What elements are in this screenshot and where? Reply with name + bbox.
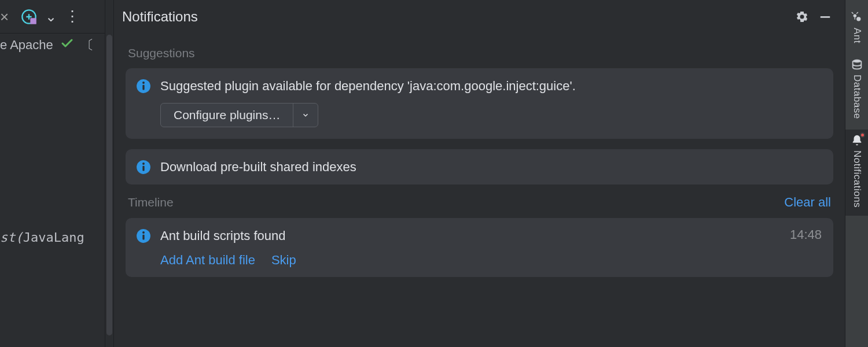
more-vert-icon[interactable]: ⋮ [65, 8, 80, 25]
rail-notifications[interactable]: Notifications [845, 130, 868, 216]
database-icon [851, 58, 863, 71]
rail-label: Database [851, 75, 863, 119]
notifications-panel: Notifications Suggestions Suggested plug… [113, 0, 845, 347]
minimize-icon[interactable] [816, 8, 834, 26]
info-icon [136, 160, 151, 175]
checkmark-icon [60, 36, 74, 54]
suggestion-message: Suggested plugin available for dependenc… [160, 77, 822, 95]
notification-dot [860, 132, 865, 138]
add-ant-build-link[interactable]: Add Ant build file [160, 253, 255, 268]
code-text: st( [0, 230, 23, 245]
timeline-message: Ant build scripts found [160, 227, 781, 245]
svg-rect-4 [142, 85, 144, 90]
clear-all-link[interactable]: Clear all [784, 195, 831, 210]
svg-point-14 [852, 60, 861, 63]
code-fragment: st(JavaLang [0, 230, 84, 245]
svg-point-5 [142, 82, 145, 84]
suggestions-heading: Suggestions [128, 46, 831, 60]
bell-icon [851, 134, 863, 147]
rail-label: Notifications [851, 150, 863, 208]
skip-link[interactable]: Skip [271, 253, 296, 268]
panel-body: Suggestions Suggested plugin available f… [114, 34, 845, 347]
svg-point-8 [142, 163, 145, 165]
run-config-row: ⌄ ⋮ [0, 0, 105, 34]
svg-point-13 [856, 17, 860, 21]
item-hint-icon: 〔 [81, 36, 94, 54]
chevron-down-icon[interactable]: ⌄ [45, 9, 57, 25]
svg-point-12 [853, 14, 856, 17]
svg-point-11 [142, 231, 145, 234]
svg-rect-10 [142, 235, 144, 240]
right-tool-rail: Ant Database Notifications [845, 0, 868, 347]
suggestion-card: Suggested plugin available for dependenc… [126, 68, 833, 139]
run-config-icon[interactable] [21, 9, 37, 25]
panel-title: Notifications [122, 9, 788, 25]
scrollbar-thumb[interactable] [106, 35, 112, 335]
svg-rect-7 [142, 166, 144, 171]
svg-rect-1 [30, 18, 36, 24]
scrollbar-track[interactable] [105, 0, 113, 347]
editor-gutter: × ⌄ ⋮ e Apache 〔 st(JavaLang [0, 0, 105, 347]
info-icon [136, 79, 151, 94]
rail-database[interactable]: Database [845, 54, 868, 127]
ant-icon [851, 12, 863, 24]
rail-label: Ant [851, 28, 863, 43]
configure-plugins-label: Configure plugins… [161, 104, 293, 127]
gear-icon[interactable] [793, 8, 811, 26]
close-icon[interactable]: × [0, 8, 9, 26]
suggestion-message: Download pre-built shared indexes [160, 158, 822, 176]
panel-header: Notifications [114, 0, 845, 34]
timeline-heading: Timeline Clear all [128, 195, 831, 210]
svg-rect-2 [821, 16, 830, 18]
breadcrumb-text: e Apache [0, 38, 53, 53]
timeline-card: Ant build scripts found 14:48 Add Ant bu… [126, 218, 833, 277]
code-ident: JavaLang [23, 230, 84, 245]
breadcrumb-partial: e Apache 〔 [0, 35, 105, 56]
chevron-down-icon[interactable] [293, 104, 318, 127]
suggestion-card[interactable]: Download pre-built shared indexes [126, 149, 833, 185]
info-icon [136, 228, 151, 243]
configure-plugins-button[interactable]: Configure plugins… [160, 103, 318, 127]
timeline-timestamp: 14:48 [790, 227, 822, 242]
rail-ant[interactable]: Ant [845, 7, 868, 51]
timeline-label-text: Timeline [128, 195, 174, 209]
suggestions-label-text: Suggestions [128, 46, 195, 60]
